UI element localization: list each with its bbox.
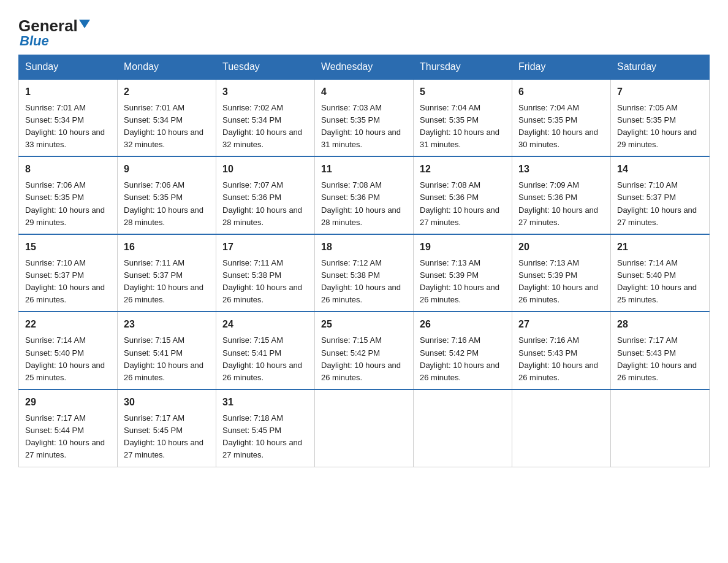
calendar-cell: 11 Sunrise: 7:08 AMSunset: 5:36 PMDaylig… — [315, 156, 414, 234]
day-number: 21 — [617, 240, 703, 255]
day-number: 15 — [25, 240, 111, 255]
calendar-cell: 12 Sunrise: 7:08 AMSunset: 5:36 PMDaylig… — [414, 156, 512, 234]
day-number: 23 — [124, 317, 210, 332]
day-number: 30 — [124, 395, 210, 410]
day-info: Sunrise: 7:17 AMSunset: 5:44 PMDaylight:… — [25, 413, 105, 459]
day-info: Sunrise: 7:10 AMSunset: 5:37 PMDaylight:… — [617, 180, 697, 226]
day-info: Sunrise: 7:06 AMSunset: 5:35 PMDaylight:… — [25, 180, 105, 226]
calendar-cell: 21 Sunrise: 7:14 AMSunset: 5:40 PMDaylig… — [611, 234, 710, 312]
calendar-cell — [512, 389, 611, 467]
calendar-cell: 17 Sunrise: 7:11 AMSunset: 5:38 PMDaylig… — [216, 234, 315, 312]
calendar-cell: 29 Sunrise: 7:17 AMSunset: 5:44 PMDaylig… — [19, 389, 118, 467]
logo-triangle-icon — [79, 20, 90, 28]
weekday-header-friday: Friday — [512, 55, 611, 79]
day-info: Sunrise: 7:01 AMSunset: 5:34 PMDaylight:… — [25, 103, 105, 149]
day-number: 6 — [518, 85, 604, 99]
day-info: Sunrise: 7:14 AMSunset: 5:40 PMDaylight:… — [617, 258, 697, 304]
day-info: Sunrise: 7:15 AMSunset: 5:41 PMDaylight:… — [222, 335, 302, 381]
day-number: 22 — [25, 317, 111, 332]
calendar-cell: 16 Sunrise: 7:11 AMSunset: 5:37 PMDaylig… — [118, 234, 216, 312]
day-number: 14 — [617, 162, 703, 177]
day-info: Sunrise: 7:17 AMSunset: 5:45 PMDaylight:… — [124, 413, 203, 459]
day-info: Sunrise: 7:04 AMSunset: 5:35 PMDaylight:… — [420, 103, 499, 149]
day-number: 31 — [222, 395, 308, 410]
calendar-cell — [315, 389, 414, 467]
calendar-cell: 13 Sunrise: 7:09 AMSunset: 5:36 PMDaylig… — [512, 156, 611, 234]
calendar-cell: 25 Sunrise: 7:15 AMSunset: 5:42 PMDaylig… — [315, 312, 414, 389]
calendar-cell: 14 Sunrise: 7:10 AMSunset: 5:37 PMDaylig… — [611, 156, 710, 234]
day-info: Sunrise: 7:14 AMSunset: 5:40 PMDaylight:… — [25, 335, 105, 381]
calendar-week-5: 29 Sunrise: 7:17 AMSunset: 5:44 PMDaylig… — [19, 389, 710, 467]
day-number: 16 — [124, 240, 210, 255]
calendar-cell: 19 Sunrise: 7:13 AMSunset: 5:39 PMDaylig… — [414, 234, 512, 312]
day-info: Sunrise: 7:13 AMSunset: 5:39 PMDaylight:… — [420, 258, 499, 304]
day-info: Sunrise: 7:05 AMSunset: 5:35 PMDaylight:… — [617, 103, 697, 149]
calendar-cell: 9 Sunrise: 7:06 AMSunset: 5:35 PMDayligh… — [118, 156, 216, 234]
day-info: Sunrise: 7:17 AMSunset: 5:43 PMDaylight:… — [617, 335, 697, 381]
day-info: Sunrise: 7:11 AMSunset: 5:37 PMDaylight:… — [124, 258, 203, 304]
day-info: Sunrise: 7:01 AMSunset: 5:34 PMDaylight:… — [124, 103, 203, 149]
calendar-cell: 7 Sunrise: 7:05 AMSunset: 5:35 PMDayligh… — [611, 79, 710, 157]
day-info: Sunrise: 7:09 AMSunset: 5:36 PMDaylight:… — [518, 180, 598, 226]
day-number: 12 — [420, 162, 506, 177]
day-info: Sunrise: 7:10 AMSunset: 5:37 PMDaylight:… — [25, 258, 105, 304]
day-number: 17 — [222, 240, 308, 255]
calendar-cell: 27 Sunrise: 7:16 AMSunset: 5:43 PMDaylig… — [512, 312, 611, 389]
day-number: 10 — [222, 162, 308, 177]
calendar-cell: 18 Sunrise: 7:12 AMSunset: 5:38 PMDaylig… — [315, 234, 414, 312]
page-header: General Blue — [18, 12, 710, 48]
day-number: 28 — [617, 317, 703, 332]
day-info: Sunrise: 7:08 AMSunset: 5:36 PMDaylight:… — [420, 180, 499, 226]
day-number: 19 — [420, 240, 506, 255]
day-number: 25 — [321, 317, 407, 332]
day-number: 7 — [617, 85, 703, 99]
day-number: 4 — [321, 85, 407, 99]
day-number: 24 — [222, 317, 308, 332]
day-number: 3 — [222, 85, 308, 99]
logo-blue: Blue — [20, 34, 49, 48]
day-info: Sunrise: 7:16 AMSunset: 5:42 PMDaylight:… — [420, 335, 499, 381]
calendar-cell: 8 Sunrise: 7:06 AMSunset: 5:35 PMDayligh… — [19, 156, 118, 234]
weekday-header-sunday: Sunday — [19, 55, 118, 79]
calendar-week-3: 15 Sunrise: 7:10 AMSunset: 5:37 PMDaylig… — [19, 234, 710, 312]
calendar-cell: 2 Sunrise: 7:01 AMSunset: 5:34 PMDayligh… — [118, 79, 216, 157]
day-number: 8 — [25, 162, 111, 177]
calendar-cell: 28 Sunrise: 7:17 AMSunset: 5:43 PMDaylig… — [611, 312, 710, 389]
day-info: Sunrise: 7:07 AMSunset: 5:36 PMDaylight:… — [222, 180, 302, 226]
day-info: Sunrise: 7:15 AMSunset: 5:42 PMDaylight:… — [321, 335, 401, 381]
day-info: Sunrise: 7:04 AMSunset: 5:35 PMDaylight:… — [518, 103, 598, 149]
calendar-week-4: 22 Sunrise: 7:14 AMSunset: 5:40 PMDaylig… — [19, 312, 710, 389]
day-number: 9 — [124, 162, 210, 177]
calendar-cell: 30 Sunrise: 7:17 AMSunset: 5:45 PMDaylig… — [118, 389, 216, 467]
day-number: 2 — [124, 85, 210, 99]
calendar-header-row: SundayMondayTuesdayWednesdayThursdayFrid… — [19, 55, 710, 79]
calendar-week-1: 1 Sunrise: 7:01 AMSunset: 5:34 PMDayligh… — [19, 79, 710, 157]
day-info: Sunrise: 7:06 AMSunset: 5:35 PMDaylight:… — [124, 180, 203, 226]
logo-general: General — [18, 17, 78, 35]
calendar-table: SundayMondayTuesdayWednesdayThursdayFrid… — [18, 55, 710, 467]
day-info: Sunrise: 7:02 AMSunset: 5:34 PMDaylight:… — [222, 103, 302, 149]
day-info: Sunrise: 7:11 AMSunset: 5:38 PMDaylight:… — [222, 258, 302, 304]
calendar-cell — [611, 389, 710, 467]
weekday-header-wednesday: Wednesday — [315, 55, 414, 79]
weekday-header-tuesday: Tuesday — [216, 55, 315, 79]
calendar-cell: 24 Sunrise: 7:15 AMSunset: 5:41 PMDaylig… — [216, 312, 315, 389]
day-number: 29 — [25, 395, 111, 410]
day-number: 1 — [25, 85, 111, 99]
calendar-cell: 23 Sunrise: 7:15 AMSunset: 5:41 PMDaylig… — [118, 312, 216, 389]
day-number: 11 — [321, 162, 407, 177]
logo: General Blue — [18, 17, 90, 48]
calendar-cell: 3 Sunrise: 7:02 AMSunset: 5:34 PMDayligh… — [216, 79, 315, 157]
day-number: 13 — [518, 162, 604, 177]
calendar-cell: 4 Sunrise: 7:03 AMSunset: 5:35 PMDayligh… — [315, 79, 414, 157]
calendar-cell: 1 Sunrise: 7:01 AMSunset: 5:34 PMDayligh… — [19, 79, 118, 157]
calendar-cell: 22 Sunrise: 7:14 AMSunset: 5:40 PMDaylig… — [19, 312, 118, 389]
calendar-cell: 6 Sunrise: 7:04 AMSunset: 5:35 PMDayligh… — [512, 79, 611, 157]
day-info: Sunrise: 7:18 AMSunset: 5:45 PMDaylight:… — [222, 413, 302, 459]
calendar-cell: 5 Sunrise: 7:04 AMSunset: 5:35 PMDayligh… — [414, 79, 512, 157]
weekday-header-saturday: Saturday — [611, 55, 710, 79]
day-info: Sunrise: 7:12 AMSunset: 5:38 PMDaylight:… — [321, 258, 401, 304]
day-info: Sunrise: 7:03 AMSunset: 5:35 PMDaylight:… — [321, 103, 401, 149]
calendar-cell: 15 Sunrise: 7:10 AMSunset: 5:37 PMDaylig… — [19, 234, 118, 312]
calendar-cell — [414, 389, 512, 467]
